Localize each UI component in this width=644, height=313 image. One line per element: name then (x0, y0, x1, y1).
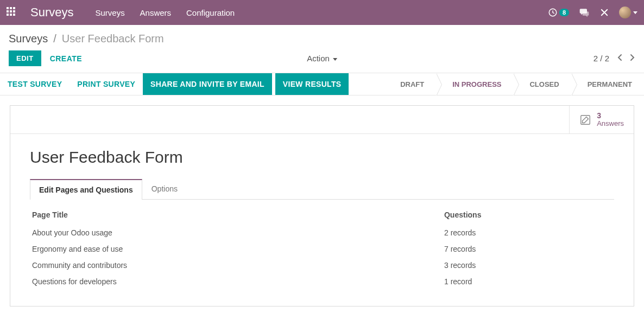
breadcrumb: Surveys / User Feedback Form (0, 25, 644, 48)
cell-page-title: Questions for developers (30, 273, 442, 290)
chevron-right-icon (630, 54, 635, 61)
create-button[interactable]: CREATE (50, 54, 83, 63)
form-sheet: 3 Answers User Feedback Form Edit Pages … (10, 105, 634, 306)
edit-button[interactable]: EDIT (9, 50, 41, 66)
stat-count: 3 (597, 111, 624, 120)
test-survey-button[interactable]: TEST SURVEY (0, 80, 70, 88)
chat-icon (579, 7, 590, 18)
pager-text: 2 / 2 (594, 54, 609, 63)
pencil-square-icon (579, 114, 591, 126)
table-row[interactable]: Community and contributors 3 records (30, 257, 614, 273)
form-sheet-wrap: 3 Answers User Feedback Form Edit Pages … (0, 95, 644, 313)
pager: 2 / 2 (594, 54, 635, 63)
nav-configuration[interactable]: Configuration (186, 8, 235, 17)
cell-questions: 3 records (442, 257, 614, 273)
user-menu[interactable] (619, 7, 637, 18)
print-survey-button[interactable]: PRINT SURVEY (70, 80, 143, 88)
nav-answers[interactable]: Answers (140, 8, 172, 17)
control-panel: EDIT CREATE Action 2 / 2 (0, 48, 644, 73)
table-row[interactable]: About your Odoo usage 2 records (30, 225, 614, 241)
stat-label: Answers (597, 120, 624, 128)
table-row[interactable]: Questions for developers 1 record (30, 273, 614, 290)
breadcrumb-current: User Feedback Form (62, 33, 164, 45)
close-x-icon (599, 8, 609, 17)
topbar-right: 8 (548, 7, 637, 18)
stage-permanent[interactable]: PERMANENT (571, 73, 644, 95)
pager-next[interactable] (630, 54, 635, 63)
table-row[interactable]: Ergonomy and ease of use 7 records (30, 241, 614, 257)
stage-in-progress[interactable]: IN PROGRESS (436, 73, 513, 95)
action-dropdown[interactable]: Action (307, 54, 337, 63)
stat-text: 3 Answers (597, 111, 624, 128)
apps-icon[interactable] (7, 7, 17, 18)
status-bar: DRAFT IN PROGRESS CLOSED PERMANENT (384, 73, 644, 95)
chevron-down-icon (633, 11, 637, 14)
tab-edit-pages[interactable]: Edit Pages and Questions (30, 179, 142, 200)
view-results-button[interactable]: VIEW RESULTS (275, 73, 349, 95)
pages-table: Page Title Questions About your Odoo usa… (30, 207, 614, 290)
form-tabs: Edit Pages and Questions Options (30, 178, 614, 200)
debug-icon[interactable] (599, 8, 609, 17)
action-bar: TEST SURVEY PRINT SURVEY SHARE AND INVIT… (0, 73, 644, 95)
pager-prev[interactable] (617, 54, 622, 63)
cell-questions: 1 record (442, 273, 614, 290)
col-questions: Questions (442, 207, 614, 225)
activity-count-badge: 8 (559, 9, 569, 16)
answers-stat-button[interactable]: 3 Answers (569, 106, 634, 133)
top-navbar: Surveys Surveys Answers Configuration 8 (0, 0, 644, 25)
form-title: User Feedback Form (30, 148, 614, 167)
discuss-icon[interactable] (579, 7, 590, 18)
cell-page-title: Community and contributors (30, 257, 442, 273)
sheet-body: User Feedback Form Edit Pages and Questi… (10, 134, 634, 306)
stage-closed[interactable]: CLOSED (513, 73, 571, 95)
tab-options[interactable]: Options (142, 178, 187, 199)
stage-draft[interactable]: DRAFT (384, 73, 436, 95)
stat-button-strip: 3 Answers (10, 106, 634, 134)
nav-surveys[interactable]: Surveys (95, 8, 124, 17)
avatar (619, 7, 631, 18)
top-nav: Surveys Answers Configuration (95, 8, 248, 17)
col-page-title: Page Title (30, 207, 442, 225)
cell-questions: 7 records (442, 241, 614, 257)
app-brand: Surveys (30, 5, 73, 20)
chevron-left-icon (617, 54, 622, 61)
share-invite-button[interactable]: SHARE AND INVITE BY EMAIL (143, 73, 272, 95)
cell-questions: 2 records (442, 225, 614, 241)
cell-page-title: Ergonomy and ease of use (30, 241, 442, 257)
cell-page-title: About your Odoo usage (30, 225, 442, 241)
breadcrumb-separator: / (53, 33, 56, 45)
activity-indicator[interactable]: 8 (548, 8, 569, 17)
clock-icon (548, 8, 558, 17)
breadcrumb-root[interactable]: Surveys (9, 33, 48, 45)
